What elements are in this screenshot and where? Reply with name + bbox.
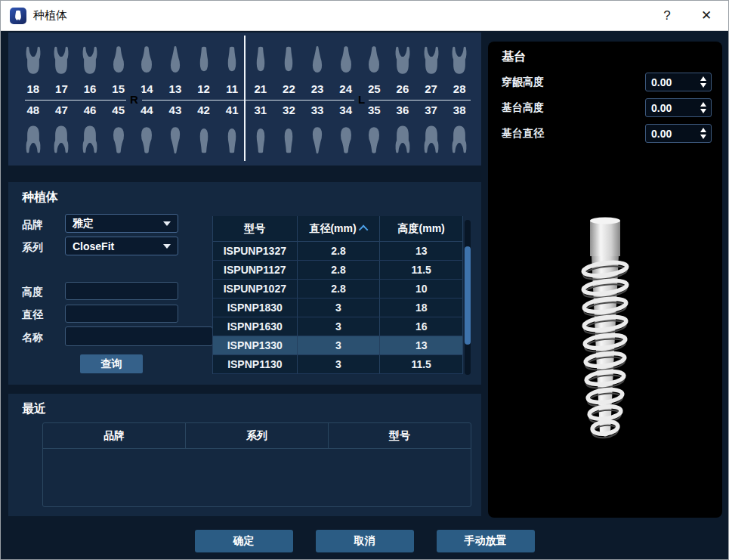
table-row-ISPUNP1327[interactable]: ISPUNP13272.813	[213, 242, 463, 261]
close-button[interactable]: ✕	[693, 5, 719, 27]
gingival-height-input[interactable]	[646, 76, 698, 89]
confirm-button[interactable]: 确定	[195, 530, 293, 552]
spin-down-icon[interactable]	[700, 135, 706, 139]
app-icon	[10, 8, 26, 24]
tooth-number: 44	[141, 102, 153, 119]
molar-tooth-icon	[51, 119, 72, 158]
implant-model-table: 型号直径(mm)高度(mm)ISPUNP13272.813ISPUNP11272…	[212, 216, 463, 374]
help-button[interactable]: ?	[654, 5, 680, 27]
spin-up-icon[interactable]	[700, 128, 706, 132]
name-input[interactable]	[65, 326, 213, 346]
tooth-number: 45	[112, 102, 125, 119]
tooth-26[interactable]: 26	[388, 37, 417, 97]
abutment-height-label: 基台高度	[502, 101, 544, 113]
tooth-31[interactable]: 31	[246, 102, 275, 162]
tooth-number: 48	[26, 102, 39, 119]
search-button[interactable]: 查询	[80, 354, 143, 373]
tooth-number: 21	[254, 81, 267, 97]
tooth-32[interactable]: 32	[275, 102, 304, 162]
tooth-number: 34	[339, 102, 352, 119]
molar-tooth-icon	[79, 119, 100, 158]
molar-tooth-icon	[449, 119, 470, 158]
spin-up-icon[interactable]	[700, 76, 706, 81]
tooth-37[interactable]: 37	[417, 102, 446, 162]
model-cell: ISPNP1830	[213, 299, 298, 317]
tooth-43[interactable]: 43	[161, 102, 190, 162]
height-cell: 11.5	[380, 261, 463, 279]
abutment-height-input[interactable]	[646, 101, 698, 115]
gingival-height-spinner[interactable]	[645, 73, 712, 91]
spin-up-icon[interactable]	[700, 102, 706, 107]
model-cell: ISPUNP1127	[213, 261, 298, 279]
table-row-ISPUNP1127[interactable]: ISPUNP11272.811.5	[213, 261, 463, 280]
tooth-15[interactable]: 15	[104, 37, 133, 97]
table-row-ISPNP1630[interactable]: ISPNP1630316	[213, 317, 463, 336]
column-header-height[interactable]: 高度(mm)	[380, 216, 463, 241]
tooth-16[interactable]: 16	[76, 37, 104, 97]
tooth-21[interactable]: 21	[246, 37, 275, 97]
tooth-38[interactable]: 38	[445, 102, 474, 162]
abutment-diameter-spinner[interactable]	[645, 124, 712, 143]
tooth-number: 17	[55, 81, 68, 97]
tooth-28[interactable]: 28	[445, 37, 474, 97]
tooth-42[interactable]: 42	[190, 102, 218, 162]
diameter-cell: 3	[298, 317, 381, 336]
table-row-ISPNP1330[interactable]: ISPNP1330313	[213, 336, 463, 355]
canine-tooth-icon	[165, 119, 186, 158]
tooth-12[interactable]: 12	[190, 37, 218, 97]
height-input[interactable]	[65, 282, 178, 300]
column-header-diameter[interactable]: 直径(mm)	[298, 216, 381, 241]
recent-table: 品牌系列型号	[42, 422, 471, 507]
tooth-45[interactable]: 45	[104, 102, 133, 162]
tooth-47[interactable]: 47	[48, 102, 76, 162]
tooth-17[interactable]: 17	[48, 37, 76, 97]
series-dropdown[interactable]: CloseFit	[65, 237, 178, 255]
tooth-35[interactable]: 35	[360, 102, 389, 162]
implant-3d-preview[interactable]	[552, 212, 658, 461]
abutment-diameter-row: 基台直径	[502, 124, 712, 143]
abutment-diameter-input[interactable]	[646, 127, 698, 141]
brand-dropdown[interactable]: 雅定	[65, 214, 178, 233]
tooth-34[interactable]: 34	[332, 102, 360, 162]
tooth-33[interactable]: 33	[303, 102, 332, 162]
height-cell: 13	[380, 242, 463, 260]
incisor-tooth-icon	[250, 42, 271, 81]
table-scrollbar[interactable]	[465, 220, 471, 375]
tooth-14[interactable]: 14	[133, 37, 162, 97]
incisor-tooth-icon	[221, 119, 242, 158]
tooth-11[interactable]: 11	[218, 37, 246, 97]
molar-tooth-icon	[421, 119, 442, 158]
tooth-22[interactable]: 22	[275, 37, 304, 97]
table-row-ISPNP1130[interactable]: ISPNP1130311.5	[213, 355, 463, 374]
tooth-18[interactable]: 18	[19, 37, 48, 97]
manual-place-button[interactable]: 手动放置	[437, 530, 535, 552]
tooth-number: 43	[169, 102, 182, 119]
tooth-48[interactable]: 48	[19, 102, 48, 162]
table-row-ISPUNP1027[interactable]: ISPUNP10272.810	[213, 280, 463, 299]
spinner-arrows	[698, 76, 711, 88]
tooth-46[interactable]: 46	[76, 102, 104, 162]
column-header-model[interactable]: 型号	[213, 216, 298, 241]
tooth-44[interactable]: 44	[133, 102, 162, 162]
chevron-down-icon	[163, 221, 171, 226]
tooth-41[interactable]: 41	[218, 102, 246, 162]
tooth-number: 26	[397, 81, 409, 97]
scrollbar-thumb[interactable]	[465, 246, 471, 345]
tooth-24[interactable]: 24	[332, 37, 360, 97]
incisor-tooth-icon	[221, 42, 242, 81]
tooth-13[interactable]: 13	[161, 37, 190, 97]
abutment-height-spinner[interactable]	[645, 98, 712, 117]
cancel-button[interactable]: 取消	[316, 530, 414, 552]
spin-down-icon[interactable]	[700, 83, 706, 88]
tooth-25[interactable]: 25	[360, 37, 389, 97]
name-label: 名称	[22, 328, 43, 347]
tooth-27[interactable]: 27	[417, 37, 446, 97]
tooth-23[interactable]: 23	[303, 37, 332, 97]
brand-dropdown-value: 雅定	[73, 217, 94, 230]
sort-ascending-icon	[358, 225, 368, 235]
table-row-ISPNP1830[interactable]: ISPNP1830318	[213, 299, 463, 317]
spin-down-icon[interactable]	[700, 109, 706, 113]
diameter-input[interactable]	[65, 305, 178, 323]
tooth-36[interactable]: 36	[388, 102, 417, 162]
tooth-number: 23	[311, 81, 324, 97]
